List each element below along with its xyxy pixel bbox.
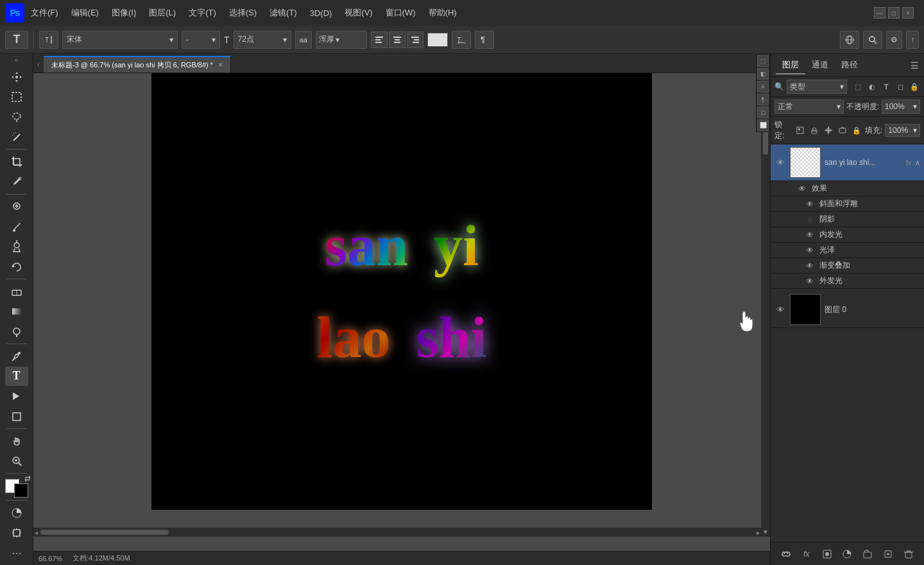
filter-pixel-icon[interactable]: ⬚ — [852, 81, 864, 92]
shadow-visibility[interactable]: ○ — [804, 214, 816, 225]
lock-all-btn[interactable]: 🔒 — [851, 125, 862, 136]
background-color[interactable] — [14, 483, 28, 498]
add-mask-btn[interactable] — [820, 547, 834, 561]
panel-icon-4[interactable]: ¶ — [757, 94, 769, 105]
scroll-down-arrow[interactable]: ▼ — [761, 527, 770, 537]
menu-filter[interactable]: 滤镜(T) — [263, 0, 304, 26]
filter-type-icon[interactable]: T — [880, 81, 892, 92]
layer-item-0[interactable]: 👁 图层 0 — [771, 291, 924, 328]
align-left-btn[interactable] — [371, 31, 388, 48]
layer-visibility-text[interactable]: 👁 — [774, 157, 786, 168]
window-maximize-btn[interactable]: □ — [888, 7, 900, 19]
effects-group-visibility[interactable]: 👁 — [796, 183, 808, 195]
scroll-right-arrow[interactable]: ▸ — [755, 528, 761, 537]
gradient-visibility[interactable]: 👁 — [804, 260, 816, 272]
panel-icon-2[interactable]: ◧ — [757, 68, 769, 80]
character-panel-btn[interactable]: ¶ — [475, 31, 494, 49]
3d-switch-btn[interactable] — [840, 31, 859, 49]
text-orientation-btn[interactable]: T — [39, 31, 58, 49]
eyedropper-btn[interactable] — [5, 173, 28, 191]
pen-btn[interactable] — [5, 347, 28, 365]
font-size-selector[interactable]: 72点 ▾ — [234, 31, 291, 49]
eraser-btn[interactable] — [5, 282, 28, 300]
align-right-btn[interactable] — [407, 31, 424, 48]
lock-artboard-btn[interactable] — [837, 125, 848, 136]
panel-menu-btn[interactable]: ☰ — [911, 60, 919, 71]
font-family-selector[interactable]: 宋体 ▾ — [62, 31, 178, 49]
panel-icon-5[interactable]: ◻ — [757, 107, 769, 118]
vertical-scrollbar[interactable]: ▲ ▼ — [761, 92, 770, 537]
hand-btn[interactable] — [5, 431, 28, 450]
antialiasing-selector[interactable]: 浑厚 ▾ — [316, 31, 367, 49]
menu-3d[interactable]: 3D(D) — [304, 0, 339, 26]
warp-text-btn[interactable]: T — [452, 31, 471, 49]
layer-item-text[interactable]: 👁 san yi lao shi... fx ∧ — [771, 144, 924, 181]
add-layer-style-btn[interactable]: fx — [800, 547, 814, 561]
panel-icon-1[interactable]: ⬚ — [757, 55, 769, 67]
lock-position-btn[interactable] — [823, 125, 834, 136]
search-btn[interactable] — [863, 31, 882, 49]
layer-collapse-btn[interactable]: ∧ — [915, 159, 920, 167]
menu-layer[interactable]: 图层(L) — [142, 0, 182, 26]
filter-adjust-icon[interactable]: ◐ — [866, 81, 878, 92]
dodge-btn[interactable] — [5, 322, 28, 341]
outer-glow-visibility[interactable]: 👁 — [804, 275, 816, 287]
link-layers-btn[interactable] — [779, 547, 793, 561]
magic-wand-btn[interactable] — [5, 128, 28, 146]
new-fill-btn[interactable] — [840, 547, 854, 561]
menu-image[interactable]: 图像(I) — [105, 0, 142, 26]
filter-shape-icon[interactable]: ◻ — [894, 81, 906, 92]
share-btn[interactable]: ↑ — [906, 31, 919, 49]
rect-select-btn[interactable] — [5, 87, 28, 106]
menu-select[interactable]: 选择(S) — [223, 0, 263, 26]
effect-outer-glow-item[interactable]: 👁 外发光 — [771, 274, 924, 289]
scroll-left-arrow[interactable]: ◂ — [33, 528, 39, 537]
tab-channels[interactable]: 通道 — [805, 56, 835, 74]
left-toolbar-collapse[interactable]: « — [15, 56, 19, 64]
document-tab[interactable]: 未标题-3 @ 66.7% (san yi lao shi 拷贝 6, RGB/… — [44, 56, 231, 73]
tab-close-btn[interactable]: × — [218, 60, 223, 69]
menu-edit[interactable]: 编辑(E) — [65, 0, 105, 26]
menu-help[interactable]: 帮助(H) — [422, 0, 463, 26]
effect-shadow-item[interactable]: ○ 阴影 — [771, 212, 924, 227]
text-color-swatch[interactable] — [427, 33, 448, 47]
menu-file[interactable]: 文件(F) — [24, 0, 65, 26]
path-select-btn[interactable] — [5, 387, 28, 406]
window-close-btn[interactable]: × — [902, 7, 914, 19]
tab-scroll-left[interactable]: ‹ — [33, 56, 44, 73]
effect-inner-glow-item[interactable]: 👁 内发光 — [771, 227, 924, 243]
layer-visibility-0[interactable]: 👁 — [774, 304, 786, 315]
brush-btn[interactable] — [5, 217, 28, 236]
shape-btn[interactable] — [5, 407, 28, 426]
options-settings-btn[interactable]: ⚙ — [886, 31, 902, 49]
panel-icon-3[interactable]: A — [757, 81, 769, 92]
inner-glow-visibility[interactable]: 👁 — [804, 229, 816, 241]
effect-bevel-item[interactable]: 👁 斜面和浮雕 — [771, 196, 924, 212]
zoom-btn[interactable] — [5, 452, 28, 471]
align-center-btn[interactable] — [389, 31, 406, 48]
edit-quick-mask-btn[interactable] — [5, 503, 28, 522]
lock-transparent-pixels-btn[interactable] — [794, 125, 806, 136]
lock-image-pixels-btn[interactable] — [809, 125, 820, 136]
menu-window[interactable]: 窗口(W) — [379, 0, 422, 26]
clone-btn[interactable] — [5, 238, 28, 256]
menu-view[interactable]: 视图(V) — [338, 0, 379, 26]
font-style-selector[interactable]: - ▾ — [182, 31, 220, 49]
artboard-btn[interactable] — [5, 523, 28, 542]
panel-icon-6[interactable]: ⬜ — [757, 119, 769, 131]
delete-layer-btn[interactable] — [902, 547, 916, 561]
type-tool-btn[interactable]: T — [5, 367, 28, 385]
effect-gradient-item[interactable]: 👁 渐变叠加 — [771, 258, 924, 274]
scroll-thumb-horiz[interactable] — [40, 530, 169, 535]
window-minimize-btn[interactable]: — — [874, 7, 886, 19]
history-brush-btn[interactable] — [5, 257, 28, 276]
crop-btn[interactable] — [5, 152, 28, 171]
blend-mode-selector[interactable]: 正常 ▾ — [774, 100, 844, 114]
menu-type[interactable]: 文字(T) — [182, 0, 223, 26]
swap-colors-icon[interactable]: ⇄ — [24, 474, 31, 483]
effect-satin-item[interactable]: 👁 光泽 — [771, 243, 924, 258]
more-tools-btn[interactable]: ⋯ — [5, 544, 28, 562]
lasso-btn[interactable] — [5, 108, 28, 126]
move-tool-btn[interactable] — [5, 67, 28, 86]
layer-type-filter[interactable]: 类型 ▾ — [787, 80, 847, 94]
